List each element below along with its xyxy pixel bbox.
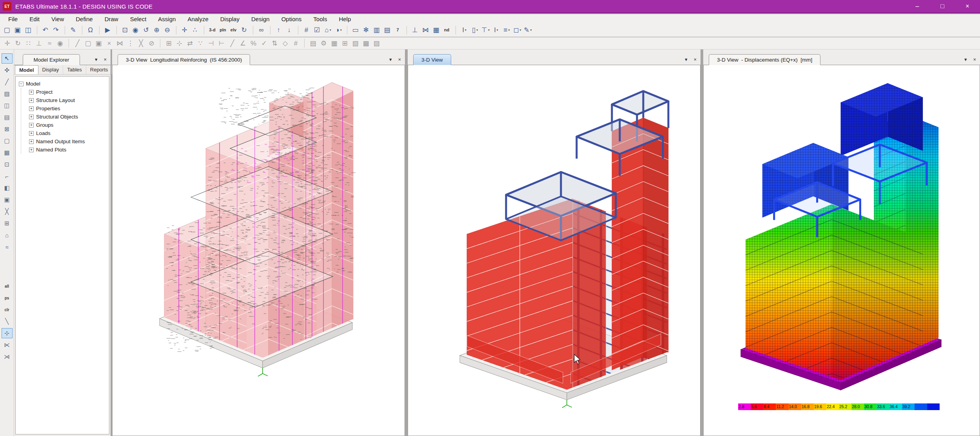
menu-file[interactable]: File bbox=[2, 14, 24, 24]
tab-model[interactable]: Model bbox=[15, 65, 38, 74]
move-up-in-list-icon[interactable]: ↑ bbox=[274, 25, 284, 35]
tree-node[interactable]: + Loads bbox=[29, 129, 109, 137]
view-tab-model[interactable]: 3-D View bbox=[413, 54, 451, 65]
separator[interactable] bbox=[79, 26, 82, 35]
separator[interactable] bbox=[62, 26, 65, 35]
select-by-line-icon[interactable]: ╲ bbox=[2, 316, 13, 327]
rubber-band-zoom-icon[interactable]: ⊡ bbox=[120, 25, 131, 35]
expand-icon[interactable]: + bbox=[29, 148, 34, 152]
menu-draw[interactable]: Draw bbox=[99, 14, 124, 24]
rotate-joint-icon[interactable]: ↻ bbox=[13, 38, 23, 48]
expand-icon[interactable]: + bbox=[29, 115, 34, 119]
draw-link-icon[interactable]: ╳ bbox=[2, 206, 13, 217]
elevation-widget-icon[interactable]: ▤ bbox=[382, 25, 393, 35]
offset-icon[interactable]: ⊹ bbox=[174, 38, 185, 48]
expand-icon[interactable]: + bbox=[29, 98, 34, 103]
lock-model-icon[interactable]: Ω bbox=[85, 25, 96, 35]
menu-design[interactable]: Design bbox=[245, 14, 276, 24]
draw-pen-icon[interactable]: ✎▾ bbox=[523, 25, 533, 35]
quick-draw-wall-icon[interactable]: ◧ bbox=[2, 183, 13, 193]
view-plan-icon[interactable]: pln bbox=[218, 25, 229, 35]
tree-node[interactable]: + Groups bbox=[29, 121, 109, 129]
separator[interactable] bbox=[173, 26, 176, 35]
menu-view[interactable]: View bbox=[45, 14, 70, 24]
quick-draw-braces-icon[interactable]: ◫ bbox=[2, 100, 13, 111]
database-tables-icon[interactable]: ▤ bbox=[308, 38, 318, 48]
zoom-out-icon[interactable]: ⊖ bbox=[162, 25, 173, 35]
expand-icon[interactable]: + bbox=[29, 123, 34, 128]
replicate-icon[interactable]: ∵ bbox=[195, 38, 206, 48]
measure-line-icon[interactable]: ╱ bbox=[227, 38, 238, 48]
beam-properties-icon[interactable]: Ι▾ bbox=[491, 25, 501, 35]
draw-frame-icon[interactable]: ╱ bbox=[2, 77, 13, 87]
separator[interactable] bbox=[65, 39, 69, 47]
rebar-properties-icon[interactable]: ≡▾ bbox=[501, 25, 512, 35]
restore-full-view-icon[interactable]: ◉ bbox=[131, 25, 141, 35]
pan-icon[interactable]: ✛ bbox=[180, 25, 190, 35]
align-points-icon[interactable]: ∷ bbox=[23, 38, 34, 48]
tree-node[interactable]: + Project bbox=[29, 88, 109, 96]
assign-area-icon[interactable]: ▦ bbox=[431, 25, 442, 35]
redo-icon[interactable]: ↷ bbox=[51, 25, 62, 35]
select-pointer-icon[interactable]: ↖ bbox=[2, 53, 13, 64]
expand-icon[interactable]: + bbox=[29, 131, 34, 136]
section-cut-icon[interactable]: ▥ bbox=[372, 25, 382, 35]
separator[interactable] bbox=[295, 26, 298, 35]
tab-reports[interactable]: Reports bbox=[86, 65, 113, 74]
draw-rect-area-icon[interactable]: ▦ bbox=[2, 148, 13, 158]
previous-zoom-icon[interactable]: ↺ bbox=[141, 25, 152, 35]
align-objects-icon[interactable]: ⇅ bbox=[269, 38, 280, 48]
reshape-object-icon[interactable]: ✜ bbox=[2, 65, 13, 75]
model-explorer-tab[interactable]: Model Explorer bbox=[23, 54, 80, 65]
menu-analyze[interactable]: Analyze bbox=[181, 14, 214, 24]
separator[interactable] bbox=[344, 26, 347, 35]
panel-menu-icon[interactable]: ▾ bbox=[95, 57, 98, 62]
tree-node[interactable]: + Structure Layout bbox=[29, 96, 109, 104]
quick-draw-area-icon[interactable]: ⊡ bbox=[2, 159, 13, 170]
collapse-icon[interactable]: − bbox=[19, 82, 24, 86]
rotate-3d-view-icon[interactable]: ↻ bbox=[239, 25, 250, 35]
open-model-icon[interactable]: ▣ bbox=[13, 25, 23, 35]
separator[interactable] bbox=[267, 26, 270, 35]
zoom-in-icon[interactable]: ⊕ bbox=[152, 25, 162, 35]
show-labels-icon[interactable]: 7 bbox=[393, 25, 403, 35]
joint-mass-icon[interactable]: ◉ bbox=[55, 38, 65, 48]
advanced-options-icon[interactable]: ▨ bbox=[371, 38, 382, 48]
menu-help[interactable]: Help bbox=[333, 14, 357, 24]
quick-draw-secondary-beams-icon[interactable]: ▤ bbox=[2, 112, 13, 122]
tee-properties-icon[interactable]: ⊤▾ bbox=[480, 25, 491, 35]
undo-icon[interactable]: ↶ bbox=[40, 25, 51, 35]
merge-joints-icon[interactable]: ⋈ bbox=[114, 38, 125, 48]
draw-wall-icon[interactable]: ⌐ bbox=[2, 171, 13, 181]
object-visibility-icon[interactable]: ⌂▾ bbox=[323, 25, 333, 35]
tree-node[interactable]: + Structural Objects bbox=[29, 113, 109, 121]
menu-select[interactable]: Select bbox=[124, 14, 152, 24]
expand-icon[interactable]: + bbox=[29, 139, 34, 144]
copy-object-icon[interactable]: ▢ bbox=[83, 38, 93, 48]
snap-to-ends-icon[interactable]: ⋉ bbox=[2, 340, 13, 350]
menu-tools[interactable]: Tools bbox=[307, 14, 333, 24]
draw-window-icon[interactable]: ▣ bbox=[2, 195, 13, 205]
move-diaphragm-icon[interactable]: ◇ bbox=[280, 38, 290, 48]
view-close-icon[interactable]: × bbox=[973, 57, 976, 62]
draw-grids-icon[interactable]: ≈ bbox=[2, 242, 13, 252]
clear-selection-icon[interactable]: clr bbox=[2, 305, 13, 315]
select-all-icon[interactable]: all bbox=[2, 281, 13, 291]
move-down-in-list-icon[interactable]: ↓ bbox=[284, 25, 295, 35]
measure-angle-icon[interactable]: ∠ bbox=[238, 38, 248, 48]
springs-icon[interactable]: ≈ bbox=[44, 38, 55, 48]
view-menu-icon[interactable]: ▾ bbox=[964, 57, 967, 62]
expand-icon[interactable]: + bbox=[29, 106, 34, 111]
move-joint-icon[interactable]: ✛ bbox=[2, 38, 13, 48]
shrink-objects-icon[interactable]: # bbox=[301, 25, 312, 35]
assign-releases-icon[interactable]: ⋈ bbox=[421, 25, 431, 35]
draw-opening-icon[interactable]: ⊠ bbox=[2, 124, 13, 134]
trim-icon[interactable]: ⊣ bbox=[206, 38, 216, 48]
minimize-button[interactable]: – bbox=[905, 0, 930, 13]
paste-object-icon[interactable]: ▣ bbox=[93, 38, 104, 48]
get-previous-selection-icon[interactable]: ps bbox=[2, 293, 13, 303]
menu-display[interactable]: Display bbox=[214, 14, 245, 24]
separator[interactable] bbox=[201, 26, 204, 35]
measure-area-icon[interactable]: % bbox=[248, 38, 259, 48]
view-close-icon[interactable]: × bbox=[693, 57, 697, 62]
